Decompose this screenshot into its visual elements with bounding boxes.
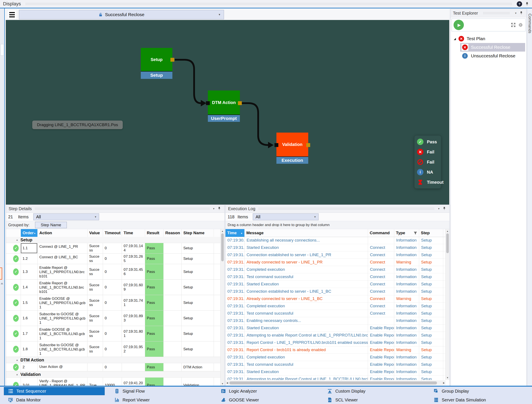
log-row[interactable]: 07:19:31.3 Enabling necessary controls..…: [226, 317, 446, 324]
column-header-value[interactable]: Value: [87, 229, 103, 237]
log-row[interactable]: 07:19:31.1 Already connected to server -…: [226, 259, 446, 266]
log-filter-select[interactable]: All ▼: [253, 213, 319, 220]
horizontal-scrollbar[interactable]: ◀ ▶: [226, 381, 446, 385]
expander-icon[interactable]: ◢: [454, 37, 456, 40]
log-row[interactable]: 07:19:31.4 Started Execution Enable Repo…: [226, 324, 446, 332]
log-row[interactable]: 07:19:31.1 Connection established to ser…: [226, 252, 446, 259]
output-port[interactable]: [171, 58, 174, 62]
scroll-down-icon[interactable]: ▼: [446, 376, 450, 379]
column-header-order[interactable]: Order▲: [21, 229, 38, 237]
commands-tab[interactable]: Commands: [527, 9, 532, 386]
collapse-icon[interactable]: ▲: [16, 373, 18, 376]
scrollbar-thumb[interactable]: [221, 233, 224, 261]
log-row[interactable]: 07:19:31.6 Started Execution Enable Repo…: [226, 368, 446, 376]
log-row[interactable]: 07:19:31.2 Started Execution Connect Inf…: [226, 281, 446, 288]
log-row[interactable]: 07:19:31.4 Completed execution Enable Re…: [226, 354, 446, 361]
scroll-down-icon[interactable]: ▼: [221, 382, 224, 385]
tab-test-sequencer[interactable]: Test Sequencer: [4, 387, 105, 395]
tab-logic-analyzer[interactable]: Logic Analyzer: [213, 387, 319, 395]
tree-item-unsuccessful-reclose[interactable]: i Unsuccessful Reclose: [460, 51, 525, 60]
vertical-scrollbar[interactable]: ▲ ▼: [220, 229, 224, 386]
tab-signal-flow[interactable]: Signal Flow: [106, 387, 213, 395]
group-drop-zone[interactable]: Drag a column header and drop it here to…: [226, 221, 450, 229]
log-row[interactable]: 07:19:31.2 Test command successful Conne…: [226, 310, 446, 317]
table-row[interactable]: 3.01 Verify - Report @ LINE_1_PR&&&LINE_…: [6, 378, 221, 386]
result-filter-select[interactable]: All ▼: [33, 213, 99, 220]
column-header-message[interactable]: Message: [244, 229, 368, 237]
log-row[interactable]: 07:19:31.4 Attempting to enable Report C…: [226, 332, 446, 339]
log-row[interactable]: 07:19:31.2 Connection established to ser…: [226, 288, 446, 295]
collapse-icon[interactable]: ▲: [16, 359, 18, 361]
chevron-down-icon[interactable]: ▼: [515, 12, 517, 14]
table-row[interactable]: 1.5 Enable GOOSE @ LINE_1_PRPROT/LLN0.gc…: [6, 295, 221, 310]
drag-handle[interactable]: [483, 12, 510, 14]
column-header-result[interactable]: Result: [145, 229, 163, 237]
table-row[interactable]: 1.2 Connect @ LINE_1_BC Success 0 07:19:…: [6, 253, 221, 264]
column-header-time[interactable]: Time▲: [226, 229, 244, 237]
flow-node-setup[interactable]: Setup: [141, 48, 172, 72]
tab-custom-display[interactable]: Custom Display: [319, 387, 426, 395]
log-row[interactable]: 07:19:31.1 Test command successful Conne…: [226, 273, 446, 281]
display-selector[interactable]: Successful Reclose ▼: [19, 10, 224, 19]
scrollbar-thumb[interactable]: [229, 381, 437, 385]
log-row[interactable]: 07:19:30.9 Establishing all necessary co…: [226, 237, 446, 244]
tab-goose-viewer[interactable]: GOOSE Viewer: [213, 396, 319, 404]
column-header-timeout[interactable]: Timeout: [103, 229, 122, 237]
table-row[interactable]: 1.1 Connect @ LINE_1_PR Success 0 07:19:…: [6, 243, 221, 253]
tab-group-display[interactable]: Group Display: [426, 387, 532, 395]
flow-node-dtm-action[interactable]: DTM Action: [208, 90, 240, 115]
collapse-all-icon[interactable]: [518, 22, 523, 27]
tab-scl-viewer[interactable]: SCL Viewer: [319, 396, 426, 404]
menu-button[interactable]: [7, 10, 17, 19]
pin-icon[interactable]: [217, 207, 222, 211]
table-row[interactable]: 1.3 Enable Report @ LINE_1_PRPROT/LLN0.b…: [6, 264, 221, 280]
log-row[interactable]: 07:19:31.4 Test command successful Enabl…: [226, 361, 446, 368]
log-row[interactable]: 07:19:31.6 Attempting to enable Report C…: [226, 376, 446, 380]
tree-item-successful-reclose[interactable]: ✕ Successful Reclose: [460, 43, 525, 51]
column-header-command[interactable]: Command: [368, 229, 394, 237]
drag-handle[interactable]: [25, 3, 512, 5]
help-icon[interactable]: ?: [517, 1, 522, 7]
group-header[interactable]: ▲ Validation: [6, 371, 221, 378]
log-row[interactable]: 07:19:31.2 Already connected to server -…: [226, 295, 446, 303]
tree-item-test-plan[interactable]: ◢ ✕ Test Plan: [451, 34, 526, 43]
log-row[interactable]: 07:19:31.1 Started Execution Connect Inf…: [226, 244, 446, 252]
input-port[interactable]: [206, 101, 210, 105]
pin-icon[interactable]: [525, 2, 529, 6]
scroll-up-icon[interactable]: ▲: [221, 229, 224, 233]
expand-all-icon[interactable]: [511, 22, 516, 27]
flow-canvas[interactable]: Setup Setup DTM Action UserPrompt Valida…: [6, 20, 449, 205]
flow-node-validation[interactable]: Validation: [276, 133, 308, 157]
table-row[interactable]: 2 User Action @ 0 Pass DTM Action: [6, 363, 221, 371]
log-row[interactable]: 07:19:31.4 Report Control - LINE_1_PRPRO…: [226, 339, 446, 347]
table-row[interactable]: 1.7 Enable GOOSE @ LINE_1_BCCTRL/LLN0.gc…: [6, 326, 221, 341]
output-port[interactable]: [306, 143, 310, 147]
column-header-action[interactable]: Action: [38, 229, 87, 237]
tab-server-data-simulation[interactable]: Server Data Simulation: [426, 396, 532, 404]
scroll-right-icon[interactable]: ▶: [442, 381, 446, 385]
tab-report-viewer[interactable]: Report Viewer: [106, 396, 213, 404]
log-row[interactable]: 07:19:31.4 Report Control - brcb101 is a…: [226, 347, 446, 354]
chevron-down-icon[interactable]: ▼: [438, 207, 440, 210]
column-header-reason[interactable]: Reason: [163, 229, 181, 237]
scroll-left-icon[interactable]: ◀: [226, 381, 229, 385]
group-header[interactable]: ▲ DTM Action: [6, 357, 221, 363]
column-header-step[interactable]: Step: [419, 229, 443, 237]
chevron-down-icon[interactable]: ▼: [213, 207, 215, 210]
pin-icon[interactable]: [519, 11, 523, 15]
drag-handle[interactable]: [258, 208, 435, 210]
tab-data-monitor[interactable]: Data Monitor: [0, 396, 106, 404]
table-row[interactable]: 1.6 Subscribe to GOOSE @ LINE_1_PRPROT/L…: [6, 310, 221, 326]
table-row[interactable]: 1.4 Enable Report @ LINE_1_BCCTRL/LLN0.b…: [6, 280, 221, 295]
column-header-step-name[interactable]: Step Name: [181, 229, 214, 237]
filter-funnel-icon[interactable]: [414, 231, 417, 235]
log-row[interactable]: 07:19:31.2 Completed execution Connect I…: [226, 303, 446, 310]
pin-icon[interactable]: [443, 207, 446, 211]
grouped-by-chip[interactable]: Step Name: [35, 222, 67, 228]
collapse-icon[interactable]: ▲: [16, 239, 18, 241]
scroll-up-icon[interactable]: ▲: [446, 229, 450, 233]
group-header[interactable]: ▲ Setup: [6, 237, 221, 243]
run-button[interactable]: [454, 20, 464, 30]
scrollbar-thumb[interactable]: [446, 233, 449, 253]
column-header-type[interactable]: Type: [394, 229, 419, 237]
